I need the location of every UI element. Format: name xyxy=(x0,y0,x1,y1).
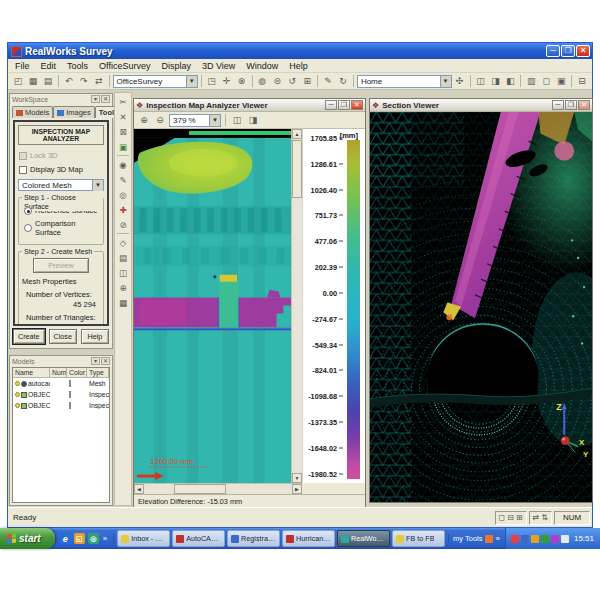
maximize-button[interactable]: ❐ xyxy=(338,100,350,110)
window-layout-icon-7[interactable]: ⊟ xyxy=(575,74,589,88)
maximize-button[interactable]: ❐ xyxy=(565,100,577,110)
save-icon[interactable]: ▦ xyxy=(26,74,40,88)
exchange-icon[interactable]: ⇄ xyxy=(92,74,106,88)
panel-close-icon[interactable]: ✕ xyxy=(101,95,110,103)
remove-icon[interactable]: ⊘ xyxy=(116,218,130,231)
tool-icon-7[interactable]: ⊞ xyxy=(300,74,314,88)
task-hurricane[interactable]: Hurricane - Micro... xyxy=(282,530,335,547)
my-tools-toolbar[interactable]: my Tools » xyxy=(448,534,505,543)
window-layout-icon-3[interactable]: ◧ xyxy=(503,74,517,88)
horizontal-scrollbar[interactable]: ◀ ▶ xyxy=(134,483,302,494)
tool-icon-6[interactable]: ↺ xyxy=(285,74,299,88)
close-button[interactable]: ✕ xyxy=(351,100,363,110)
segment-icon[interactable]: ⊠ xyxy=(116,125,130,138)
menu-help[interactable]: Help xyxy=(289,61,308,71)
scroll-up-icon[interactable]: ▲ xyxy=(292,129,302,139)
measure-icon[interactable]: ◎ xyxy=(116,188,130,201)
close-button[interactable]: ✕ xyxy=(578,100,590,110)
redo-icon[interactable]: ↷ xyxy=(77,74,91,88)
task-fb-folder[interactable]: FB to FB xyxy=(392,530,445,547)
minimize-button[interactable]: ─ xyxy=(546,45,560,57)
models-panel-titlebar[interactable]: Models ▾ ✕ xyxy=(10,356,112,366)
zoom-out-icon[interactable]: ⊖ xyxy=(153,113,167,127)
tray-icon-2[interactable] xyxy=(521,535,529,543)
map-viewer-titlebar[interactable]: ❖ Inspection Map Analyzer Viewer ─ ❐ ✕ xyxy=(134,99,365,112)
lock-3d-checkbox[interactable] xyxy=(19,152,27,160)
tool-icon-4[interactable]: ◍ xyxy=(255,74,269,88)
preview-button[interactable]: Preview xyxy=(33,258,89,273)
scroll-left-icon[interactable]: ◀ xyxy=(134,484,144,494)
section-viewer-titlebar[interactable]: ❖ Section Viewer ─ ❐ ✕ xyxy=(370,99,592,112)
zoom-in-icon[interactable]: ⊕ xyxy=(137,113,151,127)
window-layout-icon-2[interactable]: ◨ xyxy=(488,74,502,88)
zoom-tool-icon[interactable]: ⊕ xyxy=(116,281,130,294)
task-inbox[interactable]: Inbox - Microsof... xyxy=(117,530,170,547)
sync-vertical-icon[interactable]: ⇅ xyxy=(541,513,548,522)
grid-icon[interactable]: ▤ xyxy=(116,251,130,264)
sync-horizontal-icon[interactable]: ⇄ xyxy=(533,513,540,522)
window-layout-icon-1[interactable]: ◫ xyxy=(473,74,487,88)
visibility-icon[interactable] xyxy=(15,392,20,397)
table-row[interactable]: autocad... Mesh xyxy=(13,378,109,389)
target-icon[interactable]: ✣ xyxy=(453,74,467,88)
quick-launch-overflow-icon[interactable]: » xyxy=(102,534,108,543)
tool-icon-1[interactable]: ◳ xyxy=(205,74,219,88)
visibility-icon[interactable] xyxy=(15,381,20,386)
pan-view-icon[interactable]: ◨ xyxy=(246,113,260,127)
tool-icon-3[interactable]: ⊗ xyxy=(235,74,249,88)
display-3d-map-checkbox[interactable] xyxy=(19,166,27,174)
create-button[interactable]: Create xyxy=(13,329,45,344)
open-icon[interactable]: ◰ xyxy=(11,74,25,88)
panel-collapse-icon[interactable]: ▾ xyxy=(91,357,100,365)
tray-icon-6[interactable] xyxy=(561,535,569,543)
column-type[interactable]: Type xyxy=(87,368,109,377)
column-color[interactable]: Color xyxy=(67,368,87,377)
window-layout-icon-5[interactable]: ◻ xyxy=(539,74,553,88)
scrollbar-thumb[interactable] xyxy=(292,140,302,198)
menu-officesurvey[interactable]: OfficeSurvey xyxy=(99,61,150,71)
tray-icon-3[interactable] xyxy=(531,535,539,543)
minimize-button[interactable]: ─ xyxy=(552,100,564,110)
window-layout-icon-4[interactable]: ▥ xyxy=(524,74,538,88)
tab-images[interactable]: Images xyxy=(53,106,95,118)
task-registration[interactable]: Registration Rep... xyxy=(227,530,280,547)
chevron-down-icon[interactable]: ▼ xyxy=(92,180,103,191)
inspection-map-canvas[interactable]: 1200.00 mm xyxy=(134,129,291,483)
refresh-icon[interactable]: ↻ xyxy=(336,74,350,88)
chevron-down-icon[interactable]: ▼ xyxy=(440,76,451,87)
workspace-panel-titlebar[interactable]: WorkSpace ▾ ✕ xyxy=(10,94,112,104)
close-button[interactable]: ✕ xyxy=(576,45,590,57)
tray-icon-5[interactable] xyxy=(551,535,559,543)
my-tools-icon[interactable] xyxy=(485,535,493,543)
mesh-type-combobox[interactable]: Colored Mesh ▼ xyxy=(18,179,104,191)
menu-3dview[interactable]: 3D View xyxy=(202,61,235,71)
draw-icon[interactable]: ✎ xyxy=(116,173,130,186)
menu-tools[interactable]: Tools xyxy=(67,61,88,71)
scroll-down-icon[interactable]: ▼ xyxy=(292,473,302,483)
comparison-surface-radio[interactable] xyxy=(24,224,32,232)
visibility-icon[interactable] xyxy=(15,403,20,408)
my-tools-overflow-icon[interactable]: » xyxy=(495,534,501,543)
panel-icon[interactable]: ◫ xyxy=(116,266,130,279)
tool-icon-5[interactable]: ⊜ xyxy=(270,74,284,88)
minimize-button[interactable]: ─ xyxy=(325,100,337,110)
zoom-level-combobox[interactable]: 379 % ▼ xyxy=(169,114,221,127)
menu-edit[interactable]: Edit xyxy=(41,61,57,71)
add-icon[interactable]: ✚ xyxy=(116,203,130,216)
table-row[interactable]: OBJECT... Inspectio... xyxy=(13,400,109,411)
vertical-scrollbar[interactable]: ▲ ▼ xyxy=(291,129,302,483)
tray-icon-4[interactable] xyxy=(541,535,549,543)
menu-window[interactable]: Window xyxy=(246,61,278,71)
menu-file[interactable]: File xyxy=(15,61,30,71)
layout-split-grid-icon[interactable]: ⊞ xyxy=(516,513,523,522)
start-button[interactable]: start xyxy=(0,528,55,549)
help-button[interactable]: Help xyxy=(81,329,109,344)
sample-icon[interactable]: ▣ xyxy=(116,140,130,153)
quick-launch-icon-3[interactable]: ◎ xyxy=(88,533,99,544)
fit-view-icon[interactable]: ◫ xyxy=(230,113,244,127)
maximize-button[interactable]: ❐ xyxy=(561,45,575,57)
tray-icon-1[interactable] xyxy=(511,535,519,543)
internet-explorer-icon[interactable]: e xyxy=(60,533,71,544)
tab-models[interactable]: Models xyxy=(12,106,53,118)
workflow-combobox[interactable]: OfficeSurvey ▼ xyxy=(113,75,198,88)
